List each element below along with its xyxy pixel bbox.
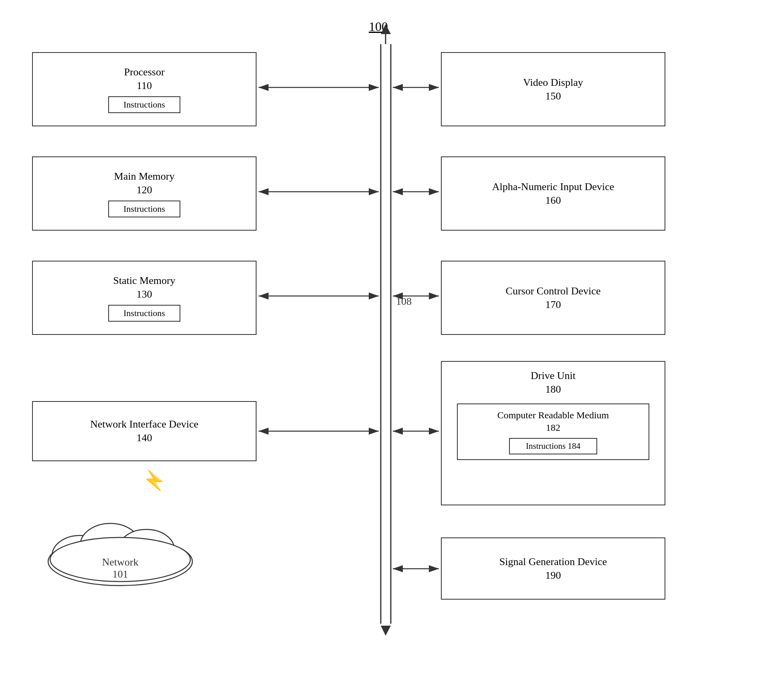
network-interface-box: Network Interface Device 140 [32, 401, 257, 461]
main-memory-label: Main Memory 120 [114, 170, 175, 197]
signal-generation-label: Signal Generation Device 190 [499, 555, 607, 582]
svg-marker-6 [381, 626, 391, 636]
drive-unit-box: Drive Unit 180 Computer Readable Medium … [441, 361, 665, 505]
alpha-numeric-box: Alpha-Numeric Input Device 160 [441, 156, 665, 231]
lightning-icon: ⚡ [142, 469, 166, 492]
video-display-label: Video Display 150 [523, 76, 583, 103]
processor-box: Processor 110 Instructions [32, 52, 257, 126]
main-memory-box: Main Memory 120 Instructions [32, 156, 257, 231]
cursor-control-box: Cursor Control Device 170 [441, 261, 665, 335]
svg-text:108: 108 [396, 296, 412, 307]
main-title: 100 [369, 19, 388, 34]
svg-text:101: 101 [113, 568, 128, 580]
static-memory-box: Static Memory 130 Instructions [32, 261, 257, 335]
svg-text:Network: Network [102, 556, 139, 568]
video-display-box: Video Display 150 [441, 52, 665, 126]
static-memory-instructions: Instructions [108, 305, 180, 322]
diagram-container: 100 [0, 0, 784, 673]
processor-label: Processor 110 [124, 65, 164, 93]
main-memory-instructions: Instructions [108, 201, 180, 217]
static-memory-label: Static Memory 130 [113, 274, 175, 301]
network-cloud: Network 101 [40, 493, 200, 594]
instructions-184-box: Instructions 184 [509, 438, 597, 454]
cursor-control-label: Cursor Control Device 170 [506, 284, 601, 312]
drive-unit-label: Drive Unit 180 [531, 369, 576, 396]
signal-generation-box: Signal Generation Device 190 [441, 537, 665, 600]
alpha-numeric-label: Alpha-Numeric Input Device 160 [492, 180, 614, 207]
computer-readable-medium-box: Computer Readable Medium 182 Instruction… [457, 403, 649, 460]
processor-instructions: Instructions [108, 96, 180, 113]
crm-label: Computer Readable Medium 182 [464, 409, 642, 434]
network-interface-label: Network Interface Device 140 [90, 418, 198, 445]
